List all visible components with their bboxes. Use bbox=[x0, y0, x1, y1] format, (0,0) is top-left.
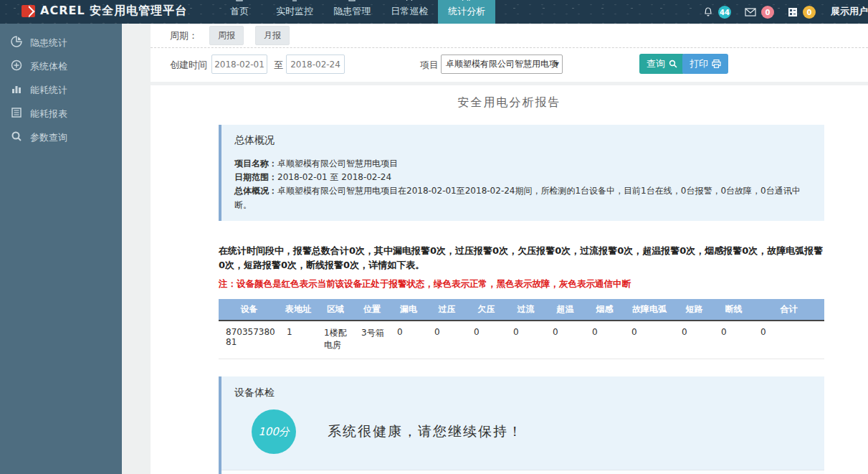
sidebar-item-label: 参数查询 bbox=[30, 131, 67, 144]
query-button-label: 查询 bbox=[647, 57, 665, 70]
cell-leakage: 0 bbox=[390, 321, 427, 359]
cell-arc-fault: 0 bbox=[624, 321, 674, 359]
col-smoke: 烟感 bbox=[585, 299, 624, 321]
bar-chart-icon bbox=[11, 83, 22, 97]
table-header-row: 设备 表地址 区域 位置 漏电 过压 欠压 过流 超温 烟感 故障电弧 短路 断… bbox=[219, 299, 824, 321]
col-line-break: 断线 bbox=[714, 299, 753, 321]
cell-meter-address: 1 bbox=[280, 321, 317, 359]
home-icon bbox=[234, 0, 244, 4]
nav-item-statistics[interactable]: 统计分析 bbox=[438, 0, 495, 24]
project-label: 项目 bbox=[420, 59, 439, 72]
nav-item-realtime-monitor[interactable]: 实时监控 bbox=[266, 0, 323, 24]
cell-smoke: 0 bbox=[585, 321, 624, 359]
health-score-badge: 100分 bbox=[252, 409, 296, 454]
project-name-label: 项目名称： bbox=[234, 158, 277, 169]
cell-overtemp: 0 bbox=[545, 321, 585, 359]
bell-icon[interactable] bbox=[703, 7, 713, 17]
date-range-value: 2018-02-01 至 2018-02-24 bbox=[277, 172, 391, 182]
statistics-icon bbox=[462, 0, 472, 4]
to-label: 至 bbox=[274, 59, 283, 72]
nav-item-label: 实时监控 bbox=[276, 6, 313, 16]
cell-short-circuit: 0 bbox=[674, 321, 714, 359]
device-health-section: 设备体检 100分 系统很健康，请您继续保持！ 共检查了7项，以下1项有隐患 V bbox=[219, 376, 824, 474]
health-summary-block: 设备体检 100分 系统很健康，请您继续保持！ bbox=[221, 376, 824, 470]
check-summary: 共检查了7项，以下1项有隐患 bbox=[221, 470, 824, 474]
cell-overcurrent: 0 bbox=[506, 321, 545, 359]
top-navbar: ACREL 安全用电管理平台 首页 实时监控 隐患管理 日常巡检 bbox=[0, 0, 868, 24]
col-device: 设备 bbox=[219, 299, 280, 321]
navbar-tray: 44 0 0 展示用户 bbox=[699, 5, 868, 24]
sidebar: 隐患统计 系统体检 能耗统计 能耗报表 参数查询 bbox=[0, 24, 122, 474]
nav-item-daily-inspection[interactable]: 日常巡检 bbox=[381, 0, 438, 24]
acrel-logo-icon bbox=[22, 5, 35, 17]
project-name-value: 卓顺塑模有限公司智慧用电项目 bbox=[277, 158, 398, 169]
user-menu[interactable]: 展示用户 bbox=[825, 5, 868, 19]
health-score-row: 100分 系统很健康，请您继续保持！ bbox=[252, 409, 824, 454]
date-from-input[interactable] bbox=[211, 54, 267, 74]
weekly-report-button[interactable]: 周报 bbox=[209, 26, 244, 45]
col-short-circuit: 短路 bbox=[674, 299, 714, 321]
todo-count-badge[interactable]: 0 bbox=[803, 6, 816, 19]
col-region: 区域 bbox=[317, 299, 354, 321]
envelope-icon[interactable] bbox=[745, 8, 756, 16]
col-undervoltage: 欠压 bbox=[467, 299, 506, 321]
health-message: 系统很健康，请您继续保持！ bbox=[328, 422, 523, 441]
sidebar-item-energy-stats[interactable]: 能耗统计 bbox=[0, 78, 122, 102]
nav-item-label: 隐患管理 bbox=[333, 6, 371, 16]
sidebar-item-label: 隐患统计 bbox=[30, 37, 67, 49]
main-nav: 首页 实时监控 隐患管理 日常巡检 统计分析 bbox=[213, 0, 495, 24]
search-icon bbox=[11, 131, 22, 144]
print-button[interactable]: 打印 bbox=[682, 54, 728, 74]
sidebar-item-energy-report[interactable]: 能耗报表 bbox=[0, 102, 122, 125]
alarm-stats-paragraph: 在统计时间段中，报警总数合计0次，其中漏电报警0次，过压报警0次，欠压报警0次，… bbox=[219, 244, 824, 272]
report-title: 安全用电分析报告 bbox=[151, 95, 868, 110]
app-logo: ACREL 安全用电管理平台 bbox=[0, 4, 193, 24]
cell-line-break: 0 bbox=[714, 321, 753, 359]
period-label: 周期： bbox=[170, 29, 198, 42]
device-id-link[interactable]: 87035738081 bbox=[219, 321, 280, 359]
nav-item-label: 日常巡检 bbox=[391, 6, 428, 16]
col-arc-fault: 故障电弧 bbox=[624, 299, 674, 321]
health-section-title: 设备体检 bbox=[234, 387, 824, 399]
cell-overvoltage: 0 bbox=[427, 321, 467, 359]
pie-chart-icon bbox=[11, 36, 22, 49]
cell-position: 3号箱 bbox=[354, 321, 390, 359]
cell-total: 0 bbox=[753, 321, 824, 359]
sidebar-item-system-check[interactable]: 系统体检 bbox=[0, 54, 122, 78]
print-button-label: 打印 bbox=[690, 57, 708, 70]
report-icon bbox=[11, 107, 22, 120]
chevron-down-icon: ▼ bbox=[555, 61, 559, 67]
date-range-line: 日期范围：2018-02-01 至 2018-02-24 bbox=[234, 171, 810, 184]
todo-list-icon[interactable] bbox=[788, 7, 798, 17]
cell-region: 1楼配电房 bbox=[317, 321, 354, 359]
col-position: 位置 bbox=[354, 299, 390, 321]
color-legend-note: 注：设备颜色是红色表示当前该设备正处于报警状态，绿色表示正常，黑色表示故障，灰色… bbox=[219, 278, 824, 290]
date-range-label: 日期范围： bbox=[234, 172, 277, 182]
message-count-badge[interactable]: 0 bbox=[761, 6, 774, 19]
nav-item-hazard-management[interactable]: 隐患管理 bbox=[323, 0, 381, 24]
project-name-line: 项目名称：卓顺塑模有限公司智慧用电项目 bbox=[234, 157, 810, 171]
summary-label: 总体概况： bbox=[234, 186, 277, 196]
project-select[interactable]: 卓顺塑模有限公司智慧用电项 ▼ bbox=[441, 54, 563, 74]
sidebar-item-parameter-query[interactable]: 参数查询 bbox=[0, 125, 122, 149]
alarm-count-badge[interactable]: 44 bbox=[718, 6, 731, 19]
alarm-table: 设备 表地址 区域 位置 漏电 过压 欠压 过流 超温 烟感 故障电弧 短路 断… bbox=[219, 299, 824, 359]
printer-icon bbox=[712, 60, 721, 68]
plus-circle-icon bbox=[11, 60, 22, 73]
period-filter-row: 周期： 周报 月报 bbox=[151, 24, 868, 48]
sidebar-item-label: 系统体检 bbox=[30, 60, 67, 73]
col-meter-address: 表地址 bbox=[280, 299, 317, 321]
date-to-input[interactable] bbox=[286, 54, 345, 74]
search-icon bbox=[669, 60, 677, 68]
created-time-label: 创建时间 bbox=[170, 59, 207, 72]
overview-section: 总体概况 项目名称：卓顺塑模有限公司智慧用电项目 日期范围：2018-02-01… bbox=[219, 125, 824, 221]
sidebar-item-hazard-stats[interactable]: 隐患统计 bbox=[0, 31, 122, 54]
report-area: 安全用电分析报告 总体概况 项目名称：卓顺塑模有限公司智慧用电项目 日期范围：2… bbox=[151, 85, 868, 474]
monthly-report-button[interactable]: 月报 bbox=[255, 26, 290, 45]
query-button[interactable]: 查询 bbox=[639, 54, 685, 74]
col-total: 合计 bbox=[753, 299, 824, 321]
nav-item-home[interactable]: 首页 bbox=[213, 0, 266, 24]
query-filter-row: 创建时间 至 项目 卓顺塑模有限公司智慧用电项 ▼ 查询 打印 bbox=[151, 48, 868, 82]
overview-section-title: 总体概况 bbox=[234, 134, 810, 147]
document-icon bbox=[347, 0, 357, 4]
